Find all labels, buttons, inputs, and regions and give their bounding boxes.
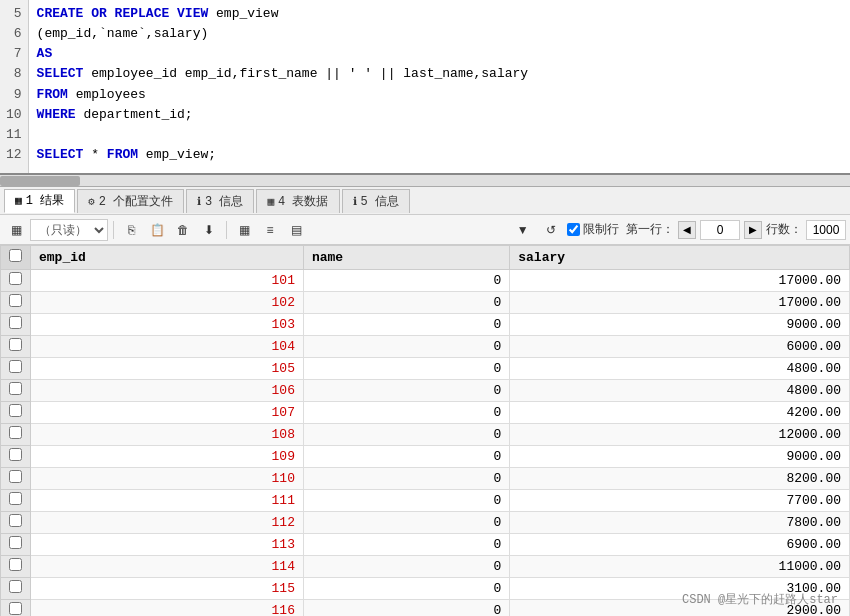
row-checkbox[interactable] [9, 272, 22, 285]
start-row-input[interactable] [700, 220, 740, 240]
table-row[interactable]: 101017000.00 [1, 270, 850, 292]
cell-emp-id: 105 [31, 358, 304, 380]
limit-checkbox-label: 限制行 第一行： [567, 221, 674, 238]
table-row[interactable]: 108012000.00 [1, 424, 850, 446]
table-row[interactable]: 11602900.00 [1, 600, 850, 617]
cell-name: 0 [303, 556, 509, 578]
tab-label: 5 信息 [361, 193, 399, 210]
cell-emp-id: 106 [31, 380, 304, 402]
delete-btn[interactable]: 🗑 [171, 219, 195, 241]
cell-emp-id: 103 [31, 314, 304, 336]
cell-emp-id: 104 [31, 336, 304, 358]
filter-btn[interactable]: ▼ [511, 219, 535, 241]
table-row[interactable]: 10504800.00 [1, 358, 850, 380]
cell-salary: 17000.00 [510, 292, 850, 314]
tab-label: 2 个配置文件 [99, 193, 173, 210]
table-row[interactable]: 11207800.00 [1, 512, 850, 534]
cell-name: 0 [303, 512, 509, 534]
cell-name: 0 [303, 578, 509, 600]
row-checkbox[interactable] [9, 558, 22, 571]
col-header-name[interactable]: name [303, 246, 509, 270]
cell-emp-id: 112 [31, 512, 304, 534]
scrollbar-thumb[interactable] [0, 176, 80, 186]
cell-salary: 4800.00 [510, 358, 850, 380]
col-header-salary[interactable]: salary [510, 246, 850, 270]
table-row[interactable]: 10909000.00 [1, 446, 850, 468]
line-numbers: 56789101112 [0, 0, 29, 173]
cell-name: 0 [303, 446, 509, 468]
rows-count-input[interactable] [806, 220, 846, 240]
tab-icon: ℹ [197, 195, 201, 208]
cell-emp-id: 111 [31, 490, 304, 512]
row-checkbox[interactable] [9, 426, 22, 439]
limit-label: 限制行 第一行： [583, 221, 674, 238]
tab-info2[interactable]: ℹ5 信息 [342, 189, 410, 213]
table-row[interactable]: 11503100.00 [1, 578, 850, 600]
table-row[interactable]: 10309000.00 [1, 314, 850, 336]
row-checkbox[interactable] [9, 470, 22, 483]
tab-results[interactable]: ▦1 结果 [4, 189, 75, 213]
cell-name: 0 [303, 358, 509, 380]
col-header-checkbox[interactable] [1, 246, 31, 270]
mode-select[interactable]: （只读） [30, 219, 108, 241]
table-row[interactable]: 114011000.00 [1, 556, 850, 578]
table-row[interactable]: 10406000.00 [1, 336, 850, 358]
row-checkbox[interactable] [9, 382, 22, 395]
table-row[interactable]: 10604800.00 [1, 380, 850, 402]
cell-emp-id: 110 [31, 468, 304, 490]
tab-config[interactable]: ⚙2 个配置文件 [77, 189, 184, 213]
result-toolbar: ▦ （只读） ⎘ 📋 🗑 ⬇ ▦ ≡ ▤ ▼ ↺ 限制行 第一行： ◀ ▶ 行数… [0, 215, 850, 245]
row-checkbox[interactable] [9, 294, 22, 307]
editor-scrollbar[interactable] [0, 175, 850, 187]
row-checkbox[interactable] [9, 580, 22, 593]
mode-dropdown[interactable]: ▦ [4, 219, 28, 241]
table-row[interactable]: 11008200.00 [1, 468, 850, 490]
cell-name: 0 [303, 402, 509, 424]
row-checkbox[interactable] [9, 492, 22, 505]
cell-emp-id: 115 [31, 578, 304, 600]
tab-tabledata[interactable]: ▦4 表数据 [256, 189, 339, 213]
row-checkbox[interactable] [9, 404, 22, 417]
col-header-emp_id[interactable]: emp_id [31, 246, 304, 270]
cell-name: 0 [303, 424, 509, 446]
row-checkbox[interactable] [9, 360, 22, 373]
table-row[interactable]: 11306900.00 [1, 534, 850, 556]
tab-icon: ℹ [353, 195, 357, 208]
row-checkbox[interactable] [9, 602, 22, 615]
tab-info1[interactable]: ℹ3 信息 [186, 189, 254, 213]
row-view-btn[interactable]: ≡ [258, 219, 282, 241]
code-editor[interactable]: 56789101112 CREATE OR REPLACE VIEW emp_v… [0, 0, 850, 175]
cell-name: 0 [303, 270, 509, 292]
limit-checkbox[interactable] [567, 223, 580, 236]
form-view-btn[interactable]: ▤ [284, 219, 308, 241]
row-checkbox[interactable] [9, 514, 22, 527]
cell-salary: 9000.00 [510, 446, 850, 468]
row-checkbox[interactable] [9, 338, 22, 351]
cell-emp-id: 109 [31, 446, 304, 468]
row-checkbox[interactable] [9, 448, 22, 461]
refresh-btn[interactable]: ↺ [539, 219, 563, 241]
next-page-btn[interactable]: ▶ [744, 221, 762, 239]
row-checkbox[interactable] [9, 316, 22, 329]
tab-icon: ⚙ [88, 195, 95, 208]
results-table: emp_idnamesalary 101017000.00102017000.0… [0, 245, 850, 616]
table-row[interactable]: 11107700.00 [1, 490, 850, 512]
separator-1 [113, 221, 114, 239]
cell-name: 0 [303, 292, 509, 314]
cell-name: 0 [303, 380, 509, 402]
row-checkbox[interactable] [9, 536, 22, 549]
results-table-container[interactable]: emp_idnamesalary 101017000.00102017000.0… [0, 245, 850, 616]
tab-label: 1 结果 [26, 192, 64, 209]
table-row[interactable]: 102017000.00 [1, 292, 850, 314]
grid-view-btn[interactable]: ▦ [232, 219, 256, 241]
code-content[interactable]: CREATE OR REPLACE VIEW emp_view(emp_id,`… [29, 0, 850, 173]
separator-2 [226, 221, 227, 239]
cell-salary: 4800.00 [510, 380, 850, 402]
select-all-checkbox[interactable] [9, 249, 22, 262]
table-row[interactable]: 10704200.00 [1, 402, 850, 424]
export-btn[interactable]: ⬇ [197, 219, 221, 241]
prev-page-btn[interactable]: ◀ [678, 221, 696, 239]
copy-btn[interactable]: ⎘ [119, 219, 143, 241]
paste-btn[interactable]: 📋 [145, 219, 169, 241]
cell-name: 0 [303, 468, 509, 490]
